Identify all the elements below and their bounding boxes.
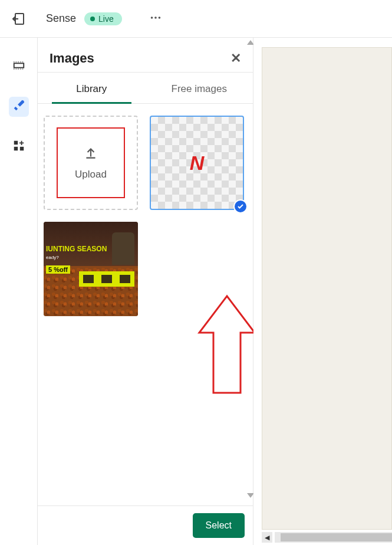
- upload-label: Upload: [75, 169, 107, 180]
- upload-highlight-box: Upload: [57, 127, 125, 198]
- left-rail: [0, 38, 38, 545]
- thumb-hunter: [112, 232, 134, 265]
- scroll-left-icon[interactable]: ◀: [262, 532, 272, 543]
- scroll-thumb[interactable]: [281, 533, 392, 541]
- grid-add-icon: [12, 139, 25, 155]
- tab-library[interactable]: Library: [38, 73, 146, 103]
- panel-title: Images: [50, 51, 94, 66]
- horizontal-scrollbar[interactable]: ◀: [262, 532, 392, 543]
- canvas[interactable]: [262, 47, 392, 530]
- scroll-track[interactable]: [275, 532, 392, 543]
- svg-point-3: [158, 17, 160, 19]
- exit-icon: [12, 12, 26, 26]
- live-badge[interactable]: Live: [84, 12, 122, 25]
- svg-rect-6: [14, 147, 17, 150]
- thumb-off: 5 %off: [46, 265, 70, 274]
- images-panel: Images ✕ Library Free images Upload: [38, 38, 253, 545]
- image-tile-hunting[interactable]: IUNTING SEASON eady? 5 %off: [44, 222, 138, 316]
- brush-icon: [12, 99, 25, 114]
- close-panel-button[interactable]: ✕: [230, 51, 241, 66]
- svg-rect-4: [14, 63, 24, 67]
- app-title: Sense: [46, 12, 76, 25]
- upload-icon: [83, 145, 98, 163]
- svg-point-1: [150, 17, 153, 19]
- more-menu-button[interactable]: [149, 11, 162, 27]
- thumb-product-bar: [79, 271, 134, 287]
- svg-point-2: [154, 17, 157, 19]
- image-grid: Upload N IUNTING SEASON ead: [38, 104, 253, 505]
- sidebar-item-widgets[interactable]: [9, 137, 29, 157]
- image-tile-selected[interactable]: N: [150, 116, 244, 210]
- film-icon: [12, 59, 25, 74]
- sidebar-item-layers[interactable]: [9, 57, 29, 77]
- svg-rect-7: [19, 147, 23, 150]
- topbar: Sense Live: [0, 0, 392, 38]
- thumb-headline: IUNTING SEASON: [46, 245, 107, 253]
- canvas-area: ◀: [253, 38, 392, 545]
- thumb-sub: eady?: [46, 255, 59, 260]
- tab-free-images[interactable]: Free images: [146, 73, 253, 103]
- sidebar-item-design[interactable]: [9, 97, 29, 117]
- upload-tile[interactable]: Upload: [44, 116, 138, 210]
- select-button[interactable]: Select: [193, 513, 245, 538]
- image-thumbnail-letter: N: [190, 152, 205, 175]
- selected-check-icon: [233, 199, 248, 214]
- exit-button[interactable]: [0, 0, 38, 37]
- svg-rect-5: [14, 141, 17, 145]
